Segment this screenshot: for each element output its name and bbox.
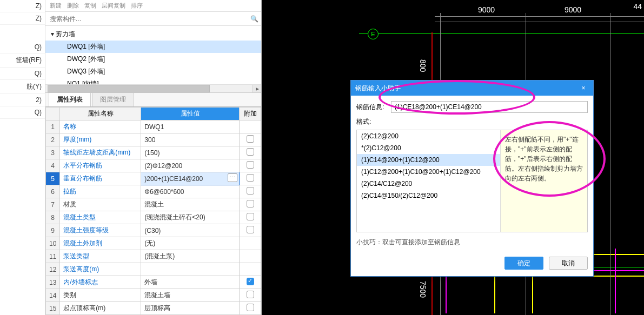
property-row[interactable]: 6拉筋Φ6@600*600 (46, 185, 261, 198)
extra-cell[interactable] (240, 224, 261, 237)
property-name[interactable]: 名称 (60, 120, 141, 133)
scrollbar-arrow-right[interactable]: ▸ (253, 85, 261, 92)
cancel-button[interactable]: 取消 (549, 257, 588, 270)
extra-cell[interactable] (240, 198, 261, 211)
checkbox[interactable] (247, 304, 254, 311)
cat-item[interactable]: Z) (0, 12, 45, 25)
property-row[interactable]: 13内/外墙标志外墙 (46, 276, 261, 289)
extra-cell[interactable] (240, 185, 261, 198)
checkbox[interactable] (247, 278, 254, 285)
property-row[interactable]: 7材质混凝土 (46, 198, 261, 211)
checkbox[interactable] (247, 148, 254, 156)
cat-item[interactable]: 筋(Y) (0, 80, 45, 94)
tree-root[interactable]: 剪力墙 (45, 28, 261, 41)
extra-cell[interactable] (240, 250, 261, 263)
toolbar-layer-copy[interactable]: 层间复制 (102, 2, 125, 10)
extra-cell[interactable] (240, 120, 261, 133)
checkbox[interactable] (247, 161, 254, 169)
cat-item[interactable]: Q) (0, 68, 45, 80)
extra-cell[interactable] (240, 276, 261, 289)
property-name[interactable]: 水平分布钢筋 (60, 159, 141, 172)
format-item[interactable]: *(2)C12@200 (357, 142, 500, 154)
ellipsis-button[interactable]: ⋯ (228, 173, 237, 182)
property-value[interactable]: )200+(1)CE14@200⋯ (141, 172, 240, 185)
search-input[interactable] (48, 13, 249, 25)
property-row[interactable]: 4水平分布钢筋(2)Φ12@200 (46, 159, 261, 172)
tree-item-dwq1[interactable]: DWQ1 [外墙] (45, 41, 261, 53)
dialog-titlebar[interactable]: 钢筋输入小助手 × (351, 81, 593, 96)
property-value[interactable]: 层顶标高 (141, 302, 240, 315)
property-row[interactable]: 12泵送高度(m) (46, 263, 261, 276)
tree-scrollbar[interactable]: ▸ (45, 84, 261, 92)
property-row[interactable]: 2厚度(mm)300 (46, 133, 261, 146)
property-name[interactable]: 厚度(mm) (60, 133, 141, 146)
cat-item[interactable]: Q) (0, 106, 45, 119)
checkbox[interactable] (247, 135, 254, 143)
tab-layers[interactable]: 图层管理 (92, 92, 134, 106)
cat-item[interactable]: 筐墙(RF) (0, 53, 45, 68)
format-item[interactable]: (2)C14@150/(2)C12@200 (357, 190, 500, 202)
property-value[interactable]: 300 (141, 133, 240, 146)
property-value[interactable]: (无) (141, 237, 240, 250)
property-name[interactable]: 内/外墙标志 (60, 276, 141, 289)
property-value[interactable]: (150) (141, 146, 240, 159)
property-value[interactable]: 混凝土墙 (141, 289, 240, 302)
property-row[interactable]: 5垂直分布钢筋)200+(1)CE14@200⋯ (46, 172, 261, 185)
checkbox[interactable] (247, 291, 254, 298)
ok-button[interactable]: 确定 (504, 257, 543, 270)
search-icon[interactable]: 🔍 (249, 15, 259, 23)
tab-properties[interactable]: 属性列表 (49, 92, 91, 106)
property-row[interactable]: 14类别混凝土墙 (46, 289, 261, 302)
extra-cell[interactable] (240, 172, 261, 185)
close-icon[interactable]: × (578, 84, 589, 92)
property-row[interactable]: 15起点顶标高(m)层顶标高 (46, 302, 261, 315)
property-name[interactable]: 泵送高度(m) (60, 263, 141, 276)
property-row[interactable]: 1名称DWQ1 (46, 120, 261, 133)
checkbox[interactable] (247, 187, 254, 195)
checkbox[interactable] (247, 174, 254, 182)
property-name[interactable]: 垂直分布钢筋 (60, 172, 141, 185)
property-value[interactable]: DWQ1 (141, 120, 240, 133)
toolbar-new[interactable]: 新建 (50, 2, 62, 10)
property-value[interactable]: 外墙 (141, 276, 240, 289)
extra-cell[interactable] (240, 289, 261, 302)
checkbox[interactable] (247, 200, 254, 207)
property-name[interactable]: 混凝土强度等级 (60, 224, 141, 237)
property-row[interactable]: 3轴线距左墙皮距离(mm)(150) (46, 146, 261, 159)
tree-item-dwq3[interactable]: DWQ3 [外墙] (45, 65, 261, 78)
property-value[interactable]: (混凝土泵) (141, 250, 240, 263)
property-row[interactable]: 10混凝土外加剂(无) (46, 237, 261, 250)
property-row[interactable]: 8混凝土类型(现浇混凝土碎石<20) (46, 211, 261, 224)
property-name[interactable]: 轴线距左墙皮距离(mm) (60, 146, 141, 159)
property-row[interactable]: 11泵送类型(混凝土泵) (46, 250, 261, 263)
property-name[interactable]: 起点顶标高(m) (60, 302, 141, 315)
cat-item[interactable]: Z) (0, 0, 45, 12)
extra-cell[interactable] (240, 263, 261, 276)
property-name[interactable]: 混凝土类型 (60, 211, 141, 224)
extra-cell[interactable] (240, 146, 261, 159)
property-value[interactable]: (C30) (141, 224, 240, 237)
format-item[interactable]: (1)C14@200+(1)C12@200 (357, 154, 500, 166)
format-item[interactable]: (2)C14/C12@200 (357, 178, 500, 190)
property-name[interactable]: 材质 (60, 198, 141, 211)
extra-cell[interactable] (240, 159, 261, 172)
property-row[interactable]: 9混凝土强度等级(C30) (46, 224, 261, 237)
format-item[interactable]: (2)C12@200 (357, 130, 500, 142)
toolbar-sort[interactable]: 排序 (131, 2, 143, 10)
extra-cell[interactable] (240, 211, 261, 224)
property-value[interactable]: (2)Φ12@200 (141, 159, 240, 172)
cat-item[interactable]: Q) (0, 41, 45, 53)
cat-item[interactable]: 2) (0, 94, 45, 106)
rebar-info-input[interactable] (391, 101, 588, 113)
format-item[interactable]: (1)C12@200+(1)C10@200+(1)C12@200 (357, 166, 500, 178)
property-name[interactable]: 混凝土外加剂 (60, 237, 141, 250)
toolbar-copy[interactable]: 复制 (84, 2, 96, 10)
extra-cell[interactable] (240, 133, 261, 146)
checkbox[interactable] (247, 213, 254, 220)
property-value[interactable]: (现浇混凝土碎石<20) (141, 211, 240, 224)
extra-cell[interactable] (240, 237, 261, 250)
tree-item-dwq2[interactable]: DWQ2 [外墙] (45, 53, 261, 65)
property-name[interactable]: 泵送类型 (60, 250, 141, 263)
checkbox[interactable] (247, 226, 254, 233)
scrollbar-thumb[interactable] (48, 85, 210, 92)
